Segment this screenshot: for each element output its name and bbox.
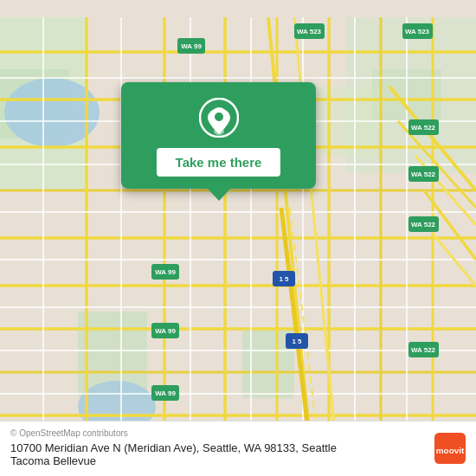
svg-text:1 5: 1 5 xyxy=(292,338,302,345)
moovit-icon: moovit xyxy=(434,433,466,464)
svg-text:WA 522: WA 522 xyxy=(411,170,436,178)
svg-text:WA 99: WA 99 xyxy=(155,389,176,397)
address-text: 10700 Meridian Ave N (Meridian Ave), Sea… xyxy=(10,441,357,467)
map-pin-icon xyxy=(199,98,239,138)
moovit-logo: moovit xyxy=(434,433,466,464)
svg-text:WA 523: WA 523 xyxy=(297,28,322,35)
map-background: WA 99 WA 99 WA 99 WA 99 WA 99 WA 523 WA … xyxy=(0,0,476,476)
take-me-there-button[interactable]: Take me there xyxy=(157,148,281,177)
bottom-bar: © OpenStreetMap contributors 10700 Merid… xyxy=(0,421,476,476)
svg-text:WA 523: WA 523 xyxy=(405,28,430,35)
location-popup: Take me there xyxy=(121,82,316,189)
svg-text:WA 522: WA 522 xyxy=(411,346,436,354)
bottom-info: © OpenStreetMap contributors 10700 Merid… xyxy=(10,428,357,467)
svg-text:moovit: moovit xyxy=(436,446,465,455)
svg-text:1 5: 1 5 xyxy=(279,275,289,283)
svg-text:WA 99: WA 99 xyxy=(155,327,176,335)
map-container: WA 99 WA 99 WA 99 WA 99 WA 99 WA 523 WA … xyxy=(0,0,476,476)
svg-point-80 xyxy=(215,113,223,121)
svg-text:WA 99: WA 99 xyxy=(155,268,176,276)
copyright-text: © OpenStreetMap contributors xyxy=(10,428,357,438)
svg-text:WA 522: WA 522 xyxy=(411,124,436,132)
svg-text:WA 522: WA 522 xyxy=(411,221,436,228)
svg-text:WA 99: WA 99 xyxy=(181,42,202,50)
